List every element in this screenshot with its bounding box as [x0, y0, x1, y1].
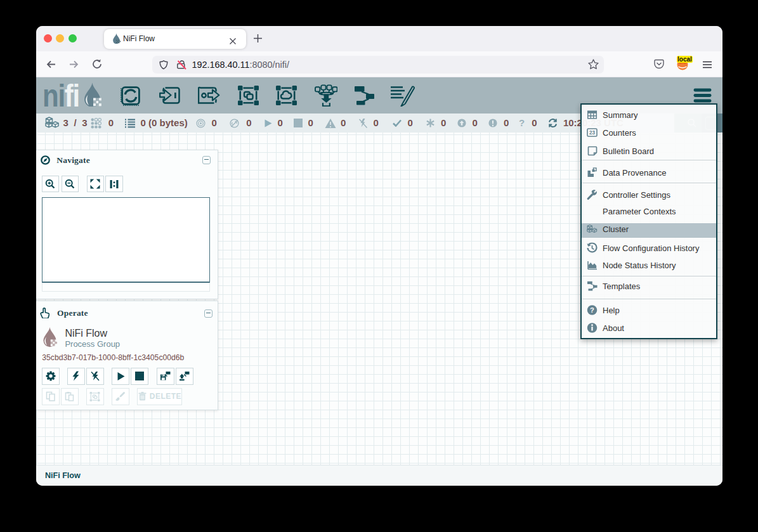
svg-text:?: ?: [590, 306, 594, 314]
svg-text:23: 23: [589, 130, 595, 136]
